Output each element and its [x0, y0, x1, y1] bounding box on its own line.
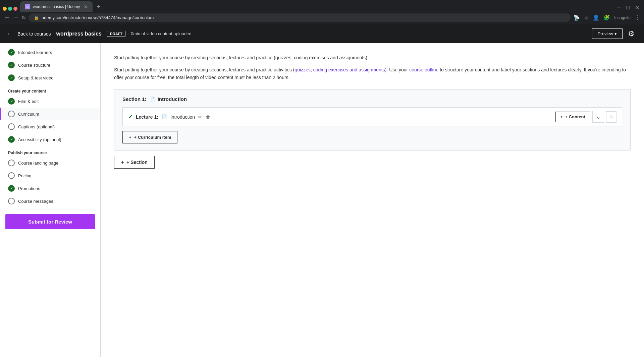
intro-paragraph-1: Start putting together your course by cr…: [114, 54, 631, 61]
gear-settings-button[interactable]: ⚙: [625, 28, 637, 40]
sidebar-item-setup-test-video[interactable]: ✓ Setup & test video: [0, 71, 100, 84]
win-close-btn[interactable]: ✕: [633, 4, 641, 11]
bookmark-icon[interactable]: ☆: [584, 14, 589, 21]
header-right: Preview ▾ ⚙: [592, 28, 637, 40]
course-structure-label: Course structure: [18, 63, 50, 68]
sidebar-item-course-messages[interactable]: Course messages: [0, 195, 100, 207]
sidebar-item-intended-learners[interactable]: ✓ Intended learners: [0, 46, 100, 59]
sidebar-item-curriculum[interactable]: Curriculum: [0, 108, 100, 120]
check-empty-icon: [8, 160, 15, 166]
publish-course-section-label: Publish your course: [0, 146, 100, 157]
course-outline-link[interactable]: course outline: [409, 67, 438, 72]
window-controls: ─ □ ✕: [615, 4, 641, 11]
lecture-actions: + + Content ⌄ ≡: [555, 111, 616, 123]
curriculum-item-plus-icon: +: [129, 135, 131, 140]
main-layout: ✓ Intended learners ✓ Course structure ✓…: [0, 43, 644, 357]
intro-text: Start putting together your course by cr…: [114, 54, 631, 81]
win-minimize-btn[interactable]: ─: [615, 5, 623, 11]
preview-button[interactable]: Preview ▾: [592, 28, 623, 39]
check-empty-icon: [8, 198, 15, 204]
curriculum-item-label: + Curriculum item: [134, 135, 171, 140]
sidebar: ✓ Intended learners ✓ Course structure ✓…: [0, 43, 101, 357]
intro-p2-before: Start putting together your course by cr…: [114, 67, 295, 72]
lecture-delete-icon[interactable]: 🗑: [206, 114, 210, 120]
url-text: udemy.com/instructor/course/5784474/mana…: [42, 15, 154, 20]
section-1-block: Section 1: 📄 Introduction ✔ Lecture 1: 📄…: [114, 89, 631, 150]
course-title: wordpress basics: [56, 31, 102, 37]
sidebar-item-accessibility[interactable]: ✓ Accessibility (optional): [0, 133, 100, 146]
browser-nav-controls: [3, 7, 17, 11]
extensions-icon[interactable]: 🧩: [603, 14, 610, 21]
window-close[interactable]: [13, 7, 17, 11]
win-restore-btn[interactable]: □: [624, 5, 632, 11]
lecture-check-icon: ✔: [128, 114, 132, 120]
pricing-label: Pricing: [18, 173, 32, 178]
nav-forward-btn[interactable]: →: [13, 14, 19, 21]
promotions-label: Promotions: [18, 186, 40, 191]
lecture-1-row: ✔ Lecture 1: 📄 Introduction ✏ 🗑 + + Cont…: [122, 107, 622, 126]
content-area: Start putting together your course by cr…: [101, 43, 644, 357]
check-done-icon: ✓: [8, 62, 15, 68]
lecture-doc-icon: 📄: [162, 114, 167, 119]
create-content-section-label: Create your content: [0, 84, 100, 95]
tab-title: wordpress basics | Udemy: [33, 4, 80, 9]
film-edit-label: Film & edit: [18, 99, 39, 104]
back-to-courses-link[interactable]: Back to courses: [17, 31, 51, 37]
lecture-edit-icon[interactable]: ✏: [198, 114, 202, 120]
new-tab-button[interactable]: +: [94, 2, 103, 11]
quizzes-link[interactable]: quizzes, coding exercises and assignment…: [295, 67, 385, 72]
add-content-button[interactable]: + + Content: [555, 112, 590, 122]
address-bar[interactable]: 🔒 udemy.com/instructor/course/5784474/ma…: [29, 13, 571, 22]
captions-label: Captions (optional): [18, 124, 55, 129]
tab-favicon: U: [25, 4, 30, 9]
curriculum-label: Curriculum: [18, 112, 39, 117]
nav-refresh-btn[interactable]: ↻: [21, 14, 26, 21]
sidebar-item-course-landing-page[interactable]: Course landing page: [0, 157, 100, 169]
window-maximize[interactable]: [8, 7, 12, 11]
section-plus-icon: +: [121, 160, 124, 165]
section-doc-icon: 📄: [149, 97, 155, 102]
intro-p2-middle: ). Use your: [385, 67, 409, 72]
setup-test-video-label: Setup & test video: [18, 75, 54, 80]
accessibility-label: Accessibility (optional): [18, 137, 61, 142]
cast-icon[interactable]: 📡: [573, 14, 580, 21]
check-empty-icon: [8, 172, 15, 179]
lock-icon: 🔒: [34, 15, 39, 20]
sidebar-item-film-edit[interactable]: ✓ Film & edit: [0, 95, 100, 108]
submit-for-review-button[interactable]: Submit for Review: [5, 214, 95, 229]
check-empty-icon: [8, 111, 15, 117]
browser-toolbar-icons: 📡 ☆ 👤 🧩 Incognito ⋮: [573, 14, 640, 21]
app-header: ← Back to courses wordpress basics DRAFT…: [0, 24, 644, 43]
sidebar-item-captions[interactable]: Captions (optional): [0, 120, 100, 133]
add-content-plus: +: [560, 114, 563, 119]
sidebar-item-pricing[interactable]: Pricing: [0, 169, 100, 182]
add-content-label: + Content: [565, 114, 585, 119]
incognito-label: Incognito: [614, 15, 631, 20]
upload-status: 0min of video content uploaded: [131, 31, 192, 36]
preview-label: Preview: [598, 31, 613, 36]
add-section-button[interactable]: + + Section: [114, 156, 155, 169]
menu-icon[interactable]: ⋮: [635, 14, 640, 21]
check-done-icon: ✓: [8, 136, 15, 143]
section-title: Introduction: [158, 96, 187, 102]
check-done-icon: ✓: [8, 74, 15, 81]
sidebar-item-promotions[interactable]: ✓ Promotions: [0, 182, 100, 195]
tab-close-icon[interactable]: ✕: [84, 4, 88, 9]
lecture-hamburger-button[interactable]: ≡: [606, 111, 616, 123]
preview-dropdown-icon: ▾: [614, 31, 617, 36]
check-done-icon: ✓: [8, 49, 15, 56]
check-done-icon: ✓: [8, 185, 15, 192]
nav-back-btn[interactable]: ←: [4, 14, 10, 21]
browser-tab-active[interactable]: U wordpress basics | Udemy ✕: [20, 1, 93, 12]
profile-icon[interactable]: 👤: [593, 14, 599, 21]
check-empty-icon: [8, 123, 15, 130]
section-1-header: Section 1: 📄 Introduction: [122, 96, 622, 102]
add-curriculum-item-button[interactable]: + + Curriculum item: [122, 131, 177, 143]
sidebar-item-course-structure[interactable]: ✓ Course structure: [0, 59, 100, 71]
lecture-title: Introduction: [170, 114, 195, 120]
intro-paragraph-2: Start putting together your course by cr…: [114, 66, 631, 81]
add-section-label: + Section: [126, 160, 148, 165]
back-arrow-icon: ←: [7, 31, 12, 37]
window-minimize[interactable]: [3, 7, 7, 11]
lecture-expand-button[interactable]: ⌄: [592, 111, 604, 123]
